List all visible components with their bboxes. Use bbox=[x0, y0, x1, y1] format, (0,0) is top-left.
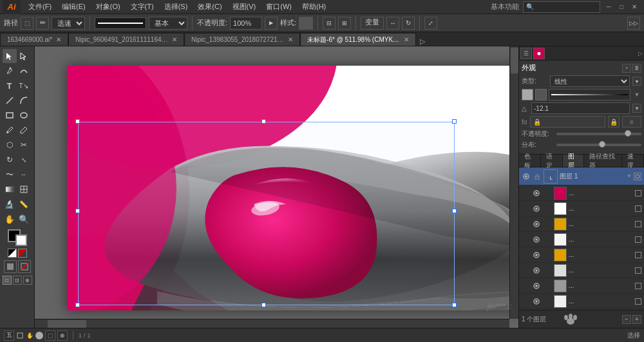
sublayer-6[interactable]: ... bbox=[519, 278, 644, 294]
opacity-arrow[interactable]: ▶ bbox=[265, 17, 278, 30]
tab-close-1[interactable]: ✕ bbox=[172, 36, 177, 43]
blend-slider[interactable] bbox=[556, 144, 641, 146]
draw-inside-btn[interactable]: ⊛ bbox=[23, 276, 32, 285]
sub-target-6[interactable] bbox=[635, 283, 641, 289]
width-tool[interactable]: ↔ bbox=[17, 167, 31, 182]
vertical-scrollbar[interactable] bbox=[509, 46, 518, 319]
zoom-in-btn[interactable]: + bbox=[632, 315, 641, 324]
search-box[interactable]: 🔍 bbox=[523, 1, 600, 13]
menu-object[interactable]: 对象(O) bbox=[91, 1, 126, 13]
fill-mode-btn[interactable] bbox=[4, 260, 17, 273]
zoom-tool[interactable]: 🔍 bbox=[17, 212, 31, 226]
sub-lock-1[interactable] bbox=[543, 204, 552, 213]
eraser-tool[interactable]: ⬡ bbox=[3, 138, 17, 152]
opacity-slider[interactable] bbox=[556, 133, 641, 135]
sub-lock-4[interactable] bbox=[543, 251, 552, 260]
fill-options-btn[interactable]: ▼ bbox=[632, 90, 641, 99]
artboard-tool-icon[interactable] bbox=[16, 332, 24, 339]
hand-status-icon[interactable]: ✋ bbox=[26, 332, 33, 339]
expand-icon[interactable]: ⤢ bbox=[424, 17, 437, 30]
sub-target-4[interactable] bbox=[635, 252, 641, 258]
tab-close-2[interactable]: ✕ bbox=[288, 36, 293, 43]
sub-vis-4[interactable] bbox=[532, 251, 541, 260]
scissors-tool[interactable]: ✂ bbox=[17, 138, 31, 152]
selection-tool[interactable] bbox=[3, 49, 17, 63]
zoom-out-btn[interactable]: − bbox=[622, 315, 631, 324]
tab-2[interactable]: Nipic_13983055_20180727214204802000.ai* … bbox=[184, 33, 300, 46]
handle-tl[interactable] bbox=[75, 119, 80, 124]
panel-collapse-btn[interactable]: ▷ bbox=[638, 50, 643, 57]
direct-selection-tool[interactable] bbox=[17, 49, 31, 63]
default-colors-icon[interactable] bbox=[8, 249, 17, 258]
sub-vis-1[interactable] bbox=[532, 204, 541, 213]
sublayer-4[interactable]: ... bbox=[519, 247, 644, 263]
sub-vis-5[interactable] bbox=[532, 266, 541, 275]
menu-help[interactable]: 帮助(H) bbox=[297, 1, 331, 13]
type-tool[interactable]: T bbox=[3, 79, 17, 93]
menu-type[interactable]: 文字(T) bbox=[126, 1, 159, 13]
reflect-icon[interactable]: ↔ bbox=[386, 17, 399, 30]
menu-edit[interactable]: 编辑(E) bbox=[57, 1, 91, 13]
panel-add-btn[interactable]: + bbox=[622, 64, 631, 73]
panel-trash-btn[interactable]: 🗑 bbox=[632, 64, 641, 73]
tab-0[interactable]: 1634669000.ai* ✕ bbox=[0, 33, 68, 46]
close-button[interactable]: ✕ bbox=[630, 3, 639, 12]
tab-1[interactable]: Nipic_9606491_20161111164450914000.ai* ✕ bbox=[68, 33, 184, 46]
tab-color[interactable]: 色板 bbox=[519, 155, 541, 167]
align-icon[interactable]: ⊟ bbox=[323, 17, 336, 30]
tab-close-3[interactable]: ✕ bbox=[404, 36, 409, 43]
layer-expand-0[interactable]: ▼ bbox=[627, 173, 632, 179]
angle-input[interactable]: -12.1 bbox=[531, 102, 630, 114]
sub-vis-3[interactable] bbox=[532, 235, 541, 244]
warp-tool[interactable]: 〜 bbox=[3, 167, 17, 182]
tab-scroll-button[interactable]: ▷ bbox=[417, 37, 428, 46]
sub-vis-6[interactable] bbox=[532, 281, 541, 290]
sublayer-1[interactable]: ... bbox=[519, 201, 644, 216]
handle-bc[interactable] bbox=[261, 303, 266, 307]
sub-vis-7[interactable] bbox=[532, 297, 541, 306]
snap-status-btn[interactable]: ⊕ bbox=[57, 330, 68, 341]
minimize-button[interactable]: ─ bbox=[604, 3, 613, 12]
handle-tc[interactable] bbox=[261, 119, 266, 124]
tab-close-0[interactable]: ✕ bbox=[56, 36, 61, 43]
tab-layers[interactable]: 图层 bbox=[563, 155, 585, 167]
ellipse-tool[interactable] bbox=[17, 108, 31, 122]
sub-lock-5[interactable] bbox=[543, 266, 552, 275]
opacity-input[interactable]: 100% bbox=[230, 17, 262, 30]
tab-3[interactable]: 未标题-6* @ 511.98% (CMYK/预览) ✕ bbox=[300, 33, 416, 46]
rotate-tool[interactable]: ↻ bbox=[3, 153, 17, 167]
curvature-tool[interactable] bbox=[17, 64, 31, 78]
horizontal-scrollbar[interactable] bbox=[35, 319, 509, 328]
lock2-btn[interactable]: 🔒 bbox=[608, 116, 620, 128]
menu-window[interactable]: 窗口(W) bbox=[261, 1, 297, 13]
sub-lock-2[interactable] bbox=[543, 220, 552, 229]
paintbrush-tool[interactable] bbox=[3, 123, 17, 137]
stroke-style-dropdown[interactable]: 基本 bbox=[149, 17, 187, 30]
panel-menu-btn[interactable]: ☰ bbox=[520, 48, 532, 59]
sub-vis-0[interactable] bbox=[532, 189, 541, 198]
transform-btn[interactable]: 变量 bbox=[361, 17, 384, 30]
appearance-icon[interactable]: ■ bbox=[533, 48, 545, 59]
pen-tool[interactable] bbox=[3, 64, 17, 78]
tab-speed[interactable]: 速度 bbox=[622, 155, 644, 167]
draw-behind-btn[interactable]: ⊡ bbox=[13, 276, 22, 285]
tools-status-btn[interactable]: ⬚ bbox=[45, 330, 55, 341]
background-color[interactable] bbox=[15, 234, 27, 246]
sub-target-0[interactable] bbox=[635, 190, 641, 196]
sub-target-3[interactable] bbox=[635, 236, 641, 243]
sub-lock-0[interactable] bbox=[543, 189, 552, 198]
sublayer-2[interactable]: ... bbox=[519, 216, 644, 232]
sublayer-0[interactable]: ... bbox=[519, 185, 644, 201]
eyedropper-tool[interactable]: 🔬 bbox=[3, 197, 17, 211]
draw-normal-btn[interactable]: □ bbox=[3, 276, 12, 285]
tab-pathfinder[interactable]: 路径查找器 bbox=[584, 155, 622, 167]
lock-btn[interactable]: 🔒 bbox=[530, 116, 605, 128]
stroke-swatch[interactable] bbox=[522, 89, 533, 100]
preset-dropdown[interactable]: 选速 bbox=[52, 17, 85, 30]
angle-arrow-btn[interactable]: ▼ bbox=[632, 104, 641, 113]
type-arrow-btn[interactable]: ▼ bbox=[632, 77, 641, 86]
menu-view[interactable]: 视图(V) bbox=[227, 1, 261, 13]
color-chips[interactable] bbox=[8, 229, 27, 246]
sub-lock-6[interactable] bbox=[543, 281, 552, 290]
sub-target-1[interactable] bbox=[635, 205, 641, 212]
